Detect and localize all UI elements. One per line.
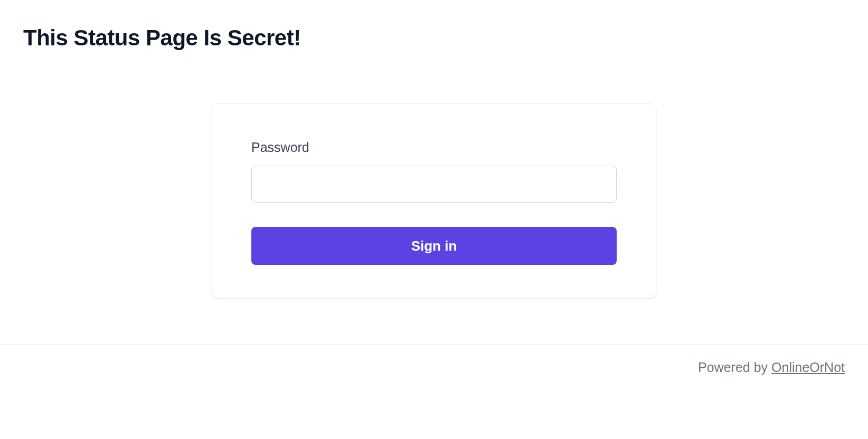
powered-by-link[interactable]: OnlineOrNot [771, 360, 845, 375]
signin-button[interactable]: Sign in [251, 227, 617, 265]
signin-card: Password Sign in [212, 103, 656, 298]
footer: Powered by OnlineOrNot [0, 345, 868, 375]
powered-by-text: Powered by OnlineOrNot [698, 360, 845, 375]
powered-by-prefix: Powered by [698, 360, 771, 375]
password-input[interactable] [251, 166, 617, 203]
page-title: This Status Page Is Secret! [23, 25, 845, 51]
password-label: Password [251, 140, 617, 155]
